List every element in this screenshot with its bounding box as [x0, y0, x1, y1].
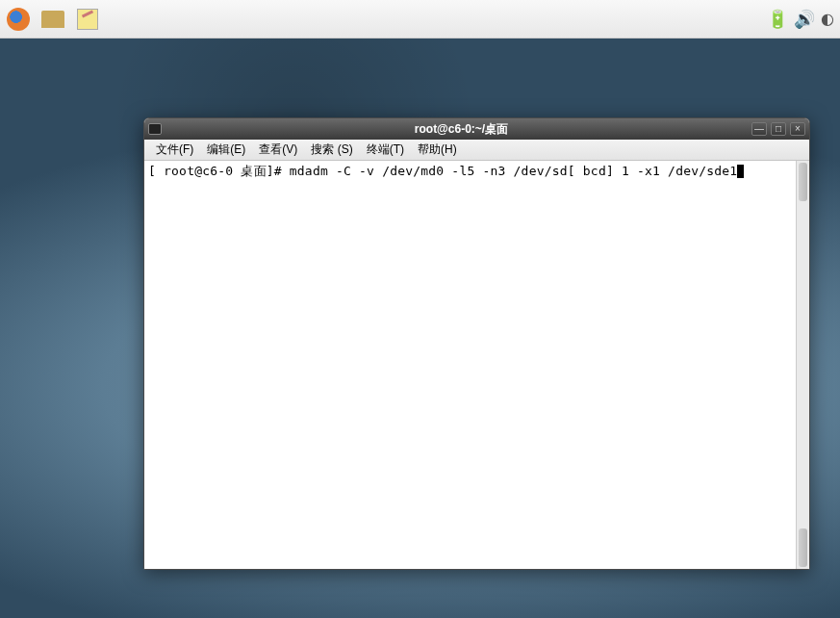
- minimize-button[interactable]: —: [751, 122, 767, 136]
- terminal-icon: [148, 123, 162, 135]
- terminal-scrollbar[interactable]: [796, 161, 809, 569]
- panel-launchers: [6, 7, 100, 32]
- speaker-icon[interactable]: 🔊: [794, 9, 815, 30]
- battery-icon[interactable]: 🔋: [767, 9, 788, 30]
- menu-edit[interactable]: 编辑(E): [201, 140, 251, 160]
- maximize-button[interactable]: □: [771, 122, 786, 136]
- folder-icon: [41, 11, 64, 28]
- terminal-window: root@c6-0:~/桌面 — □ × 文件(F) 编辑(E) 查看(V) 搜…: [143, 117, 810, 570]
- session-icon[interactable]: ◐: [821, 10, 834, 28]
- firefox-launcher[interactable]: [6, 7, 31, 32]
- panel-tray: 🔋 🔊 ◐: [767, 9, 834, 30]
- terminal-menubar: 文件(F) 编辑(E) 查看(V) 搜索 (S) 终端(T) 帮助(H): [144, 140, 809, 161]
- notes-launcher[interactable]: [75, 7, 100, 32]
- titlebar-app-icon: [148, 123, 171, 135]
- terminal-content[interactable]: [ root@c6-0 桌面]# mdadm -C -v /dev/md0 -l…: [144, 161, 809, 569]
- window-title: root@c6-0:~/桌面: [171, 121, 751, 138]
- menu-help[interactable]: 帮助(H): [412, 140, 463, 160]
- scroll-thumb-bottom[interactable]: [799, 528, 807, 567]
- terminal-cursor: [737, 165, 744, 178]
- desktop-background: root@c6-0:~/桌面 — □ × 文件(F) 编辑(E) 查看(V) 搜…: [0, 39, 840, 618]
- terminal-command: mdadm -C -v /dev/md0 -l5 -n3 /dev/sd[ bc…: [290, 164, 738, 178]
- firefox-icon: [7, 8, 30, 31]
- close-button[interactable]: ×: [790, 122, 805, 136]
- window-controls: — □ ×: [751, 122, 805, 136]
- files-launcher[interactable]: [40, 7, 65, 32]
- menu-file[interactable]: 文件(F): [150, 140, 199, 160]
- window-titlebar[interactable]: root@c6-0:~/桌面 — □ ×: [144, 118, 809, 140]
- menu-terminal[interactable]: 终端(T): [361, 140, 410, 160]
- notes-icon: [77, 9, 98, 30]
- menu-view[interactable]: 查看(V): [253, 140, 303, 160]
- terminal-prompt: [ root@c6-0 桌面]#: [148, 164, 290, 178]
- menu-search[interactable]: 搜索 (S): [305, 140, 358, 160]
- scroll-thumb-top[interactable]: [799, 163, 807, 201]
- gnome-top-panel: 🔋 🔊 ◐: [0, 0, 840, 39]
